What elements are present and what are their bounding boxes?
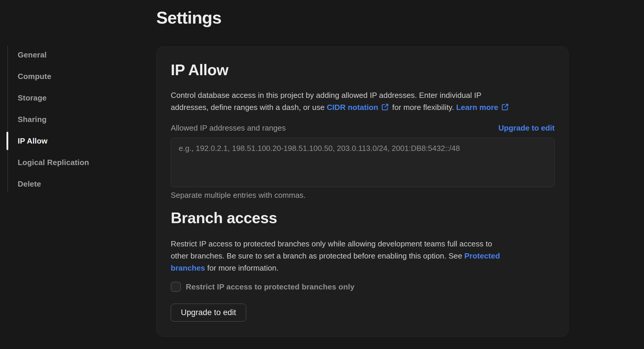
restrict-ip-checkbox-label: Restrict IP access to protected branches… [186, 282, 354, 292]
external-link-icon [381, 103, 390, 115]
sidebar-item-sharing[interactable]: Sharing [0, 109, 147, 130]
sidebar-item-delete[interactable]: Delete [0, 173, 147, 195]
ip-allow-settings-card: IP Allow Control database access in this… [156, 47, 569, 337]
external-link-icon [501, 103, 510, 115]
sidebar-item-ip-allow[interactable]: IP Allow [0, 130, 147, 152]
ip-field-helper-text: Separate multiple entries with commas. [171, 191, 306, 200]
sidebar-item-logical-replication[interactable]: Logical Replication [0, 152, 147, 173]
cidr-notation-link[interactable]: CIDR notation [327, 103, 378, 112]
allowed-ip-addresses-input[interactable] [171, 138, 555, 187]
restrict-ip-checkbox[interactable] [171, 282, 181, 292]
branch-access-description: Restrict IP access to protected branches… [171, 238, 566, 274]
description-text: for more flexibility. [390, 103, 456, 112]
upgrade-to-edit-button[interactable]: Upgrade to edit [171, 304, 246, 322]
sidebar-item-compute[interactable]: Compute [0, 66, 147, 87]
learn-more-link[interactable]: Learn more [456, 103, 498, 112]
ip-field-label: Allowed IP addresses and ranges [171, 124, 286, 133]
branch-access-section-title: Branch access [171, 210, 277, 226]
upgrade-to-edit-link[interactable]: Upgrade to edit [498, 124, 555, 133]
sidebar-item-storage[interactable]: Storage [0, 87, 147, 109]
ip-allow-description: Control database access in this project … [171, 89, 566, 115]
page-title: Settings [156, 8, 221, 27]
restrict-ip-checkbox-row: Restrict IP access to protected branches… [171, 282, 354, 292]
settings-sidebar: General Compute Storage Sharing IP Allow… [0, 44, 147, 195]
description-text: for more information. [205, 264, 278, 272]
sidebar-item-general[interactable]: General [0, 44, 147, 66]
ip-field-label-row: Allowed IP addresses and ranges Upgrade … [171, 123, 555, 133]
description-text: Restrict IP access to protected branches… [171, 239, 492, 260]
ip-allow-section-title: IP Allow [171, 62, 228, 78]
